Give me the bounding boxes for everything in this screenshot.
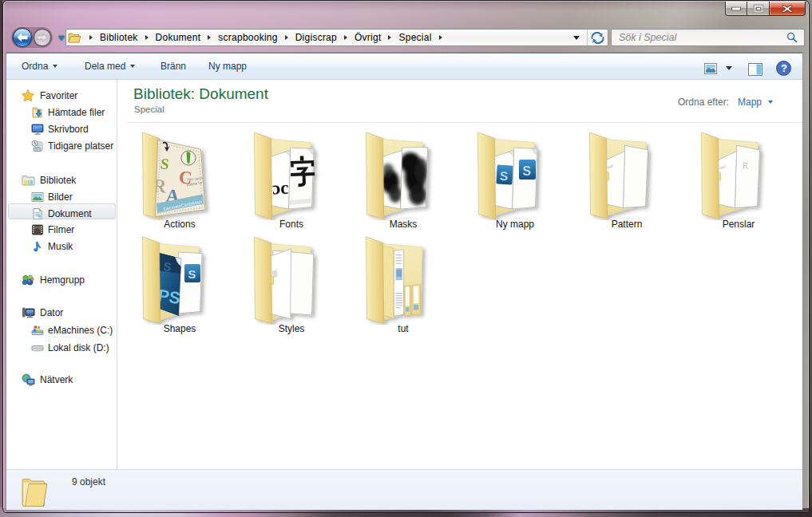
svg-text:S: S: [499, 169, 508, 184]
svg-text:S: S: [523, 164, 532, 178]
svg-text:R: R: [743, 160, 750, 170]
svg-text:ɔc: ɔc: [272, 178, 289, 199]
svg-text:PS: PS: [156, 286, 181, 307]
svg-text:S: S: [188, 267, 196, 281]
